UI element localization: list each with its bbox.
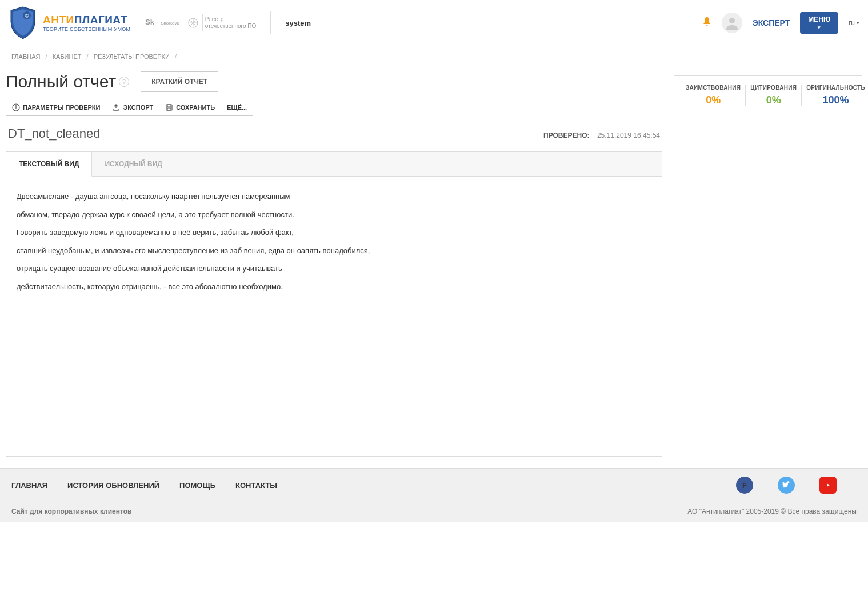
more-label: ЕЩЁ... — [227, 104, 247, 111]
chevron-down-icon: ▾ — [857, 20, 859, 26]
stat-citations: ЦИТИРОВАНИЯ 0% — [746, 85, 802, 106]
svg-point-4 — [729, 18, 735, 23]
stat-borrowings-label: ЗАИМСТВОВАНИЯ — [686, 85, 741, 91]
check-params-label: ПАРАМЕТРЫ ПРОВЕРКИ — [23, 104, 100, 111]
partner-skolkovo: Sk Skolkovo — [145, 16, 179, 30]
save-icon — [165, 103, 173, 111]
export-label: ЭКСПОРТ — [123, 104, 153, 111]
menu-button[interactable]: МЕНЮ ▾ — [800, 12, 838, 34]
logo-plag: ПЛАГИАТ — [74, 14, 127, 26]
breadcrumb-cabinet[interactable]: КАБИНЕТ — [53, 53, 82, 60]
checked-label: ПРОВЕРЕНО: — [543, 131, 589, 139]
header: © АНТИПЛАГИАТ ТВОРИТЕ СОБСТВЕННЫМ УМОМ S… — [0, 0, 868, 46]
logo-text: АНТИПЛАГИАТ ТВОРИТЕ СОБСТВЕННЫМ УМОМ — [43, 14, 130, 32]
save-button[interactable]: СОХРАНИТЬ — [159, 99, 221, 116]
stat-citations-label: ЦИТИРОВАНИЯ — [750, 85, 797, 91]
divider — [270, 11, 271, 34]
tabs: ТЕКСТОВЫЙ ВИД ИСХОДНЫЙ ВИД Двоеамыслаие … — [6, 151, 662, 457]
document-text: Двоеамыслаие - дауша ангсоца, посакольку… — [6, 176, 662, 456]
svg-rect-9 — [167, 108, 171, 110]
stat-originality-value: 100% — [806, 94, 865, 106]
footer-link-help[interactable]: ПОМОЩЬ — [179, 481, 215, 490]
language-label: ru — [849, 19, 855, 27]
document-name: DT_not_cleaned — [8, 126, 100, 141]
svg-text:©: © — [25, 13, 29, 19]
text-line: отрицать суаществоавание объекативной де… — [17, 263, 651, 274]
stat-borrowings-value: 0% — [686, 94, 741, 106]
breadcrumb-results[interactable]: РЕЗУЛЬТАТЫ ПРОВЕРКИ — [94, 53, 170, 60]
partner1-label: Skolkovo — [161, 21, 179, 26]
youtube-icon[interactable] — [819, 477, 837, 494]
notification-bell-icon[interactable] — [702, 17, 711, 29]
tab-source-view[interactable]: ИСХОДНЫЙ ВИД — [92, 152, 175, 176]
brief-report-button[interactable]: КРАТКИЙ ОТЧЕТ — [141, 71, 218, 92]
partner-badges: Sk Skolkovo Реестротечественного ПО — [145, 14, 256, 31]
registry-icon — [186, 16, 200, 30]
svg-rect-8 — [167, 105, 171, 107]
text-line: Говорить заведомую ложь и одновареманно … — [17, 227, 651, 238]
page-title: Полный отчет ? — [6, 72, 129, 91]
breadcrumb-home[interactable]: ГЛАВНАЯ — [11, 53, 40, 60]
stat-borrowings: ЗАИМСТВОВАНИЯ 0% — [681, 85, 746, 106]
sk-icon: Sk — [145, 16, 158, 30]
stat-originality-label: ОРИГИНАЛЬНОСТЬ — [806, 85, 865, 91]
menu-label: МЕНЮ — [808, 15, 830, 23]
footer-link-home[interactable]: ГЛАВНАЯ — [11, 481, 47, 490]
partner2-line2: отечественного ПО — [205, 23, 257, 30]
more-button[interactable]: ЕЩЁ... — [221, 99, 253, 116]
text-line: ставший неудобаным, и извлеачь его мысле… — [17, 245, 651, 257]
svg-text:Sk: Sk — [145, 18, 155, 26]
language-select[interactable]: ru ▾ — [849, 19, 859, 27]
partner-registry: Реестротечественного ПО — [186, 14, 257, 31]
checked-date: 25.11.2019 16:45:54 — [597, 131, 660, 139]
footer-corporate-link[interactable]: Сайт для корпоративных клиентов — [11, 507, 131, 515]
twitter-icon[interactable] — [778, 477, 795, 494]
shield-icon: © — [9, 6, 37, 40]
help-icon[interactable]: ? — [119, 77, 129, 87]
stat-citations-value: 0% — [750, 94, 797, 106]
logo-anti: АНТИ — [43, 14, 74, 26]
stats-panel: ЗАИМСТВОВАНИЯ 0% ЦИТИРОВАНИЯ 0% ОРИГИНАЛ… — [674, 75, 862, 115]
svg-text:i: i — [15, 105, 17, 110]
check-params-button[interactable]: i ПАРАМЕТРЫ ПРОВЕРКИ — [6, 99, 106, 116]
avatar-icon[interactable] — [722, 13, 742, 33]
chevron-down-icon: ▾ — [808, 25, 830, 30]
toolbar: i ПАРАМЕТРЫ ПРОВЕРКИ ЭКСПОРТ СОХРАНИТЬ Е… — [6, 99, 662, 116]
breadcrumb: ГЛАВНАЯ / КАБИНЕТ / РЕЗУЛЬТАТЫ ПРОВЕРКИ … — [0, 46, 868, 67]
text-line: действитаельность, котоарую отрицаешь, -… — [17, 281, 651, 293]
footer-link-contacts[interactable]: КОНТАКТЫ — [235, 481, 277, 490]
export-icon — [112, 103, 120, 111]
tab-text-view[interactable]: ТЕКСТОВЫЙ ВИД — [6, 152, 92, 177]
export-button[interactable]: ЭКСПОРТ — [106, 99, 159, 116]
partner2-line1: Реестр — [205, 16, 257, 23]
stat-originality: ОРИГИНАЛЬНОСТЬ 100% — [802, 85, 868, 106]
logo-tagline: ТВОРИТЕ СОБСТВЕННЫМ УМОМ — [43, 26, 130, 32]
role-label[interactable]: ЭКСПЕРТ — [753, 18, 790, 27]
save-label: СОХРАНИТЬ — [176, 104, 215, 111]
footer: ГЛАВНАЯ ИСТОРИЯ ОБНОВЛЕНИЙ ПОМОЩЬ КОНТАК… — [0, 468, 868, 522]
text-line: Двоеамыслаие - дауша ангсоца, посакольку… — [17, 191, 651, 202]
logo[interactable]: © АНТИПЛАГИАТ ТВОРИТЕ СОБСТВЕННЫМ УМОМ — [9, 6, 130, 40]
text-line: обманом, тверадо держаа курс к своаей це… — [17, 209, 651, 221]
footer-copyright: АО "Антиплагиат" 2005-2019 © Все права з… — [687, 507, 857, 515]
checked-timestamp: ПРОВЕРЕНО: 25.11.2019 16:45:54 — [543, 131, 660, 139]
facebook-icon[interactable]: f — [736, 477, 753, 494]
info-icon: i — [12, 103, 20, 111]
system-label: system — [285, 19, 311, 27]
footer-link-history[interactable]: ИСТОРИЯ ОБНОВЛЕНИЙ — [67, 481, 159, 490]
